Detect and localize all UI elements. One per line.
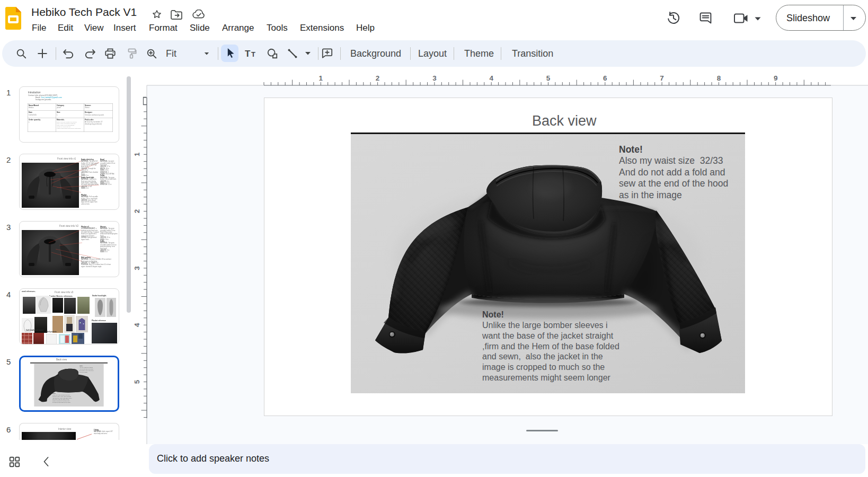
svg-text:T: T [245,49,251,59]
svg-text:2: 2 [376,74,380,82]
svg-text:1: 1 [319,74,323,82]
svg-text:4: 4 [489,74,493,82]
svg-text:5: 5 [546,74,551,82]
svg-text:3: 3 [133,266,141,270]
svg-text:6: 6 [603,74,607,82]
svg-text:2: 2 [133,209,141,214]
svg-text:3: 3 [432,74,437,82]
svg-text:5: 5 [133,379,141,384]
svg-text:T: T [251,50,255,58]
svg-text:8: 8 [717,74,721,82]
svg-text:7: 7 [660,74,664,82]
svg-text:4: 4 [133,323,141,327]
svg-text:1: 1 [133,152,141,156]
svg-text:9: 9 [774,74,778,82]
